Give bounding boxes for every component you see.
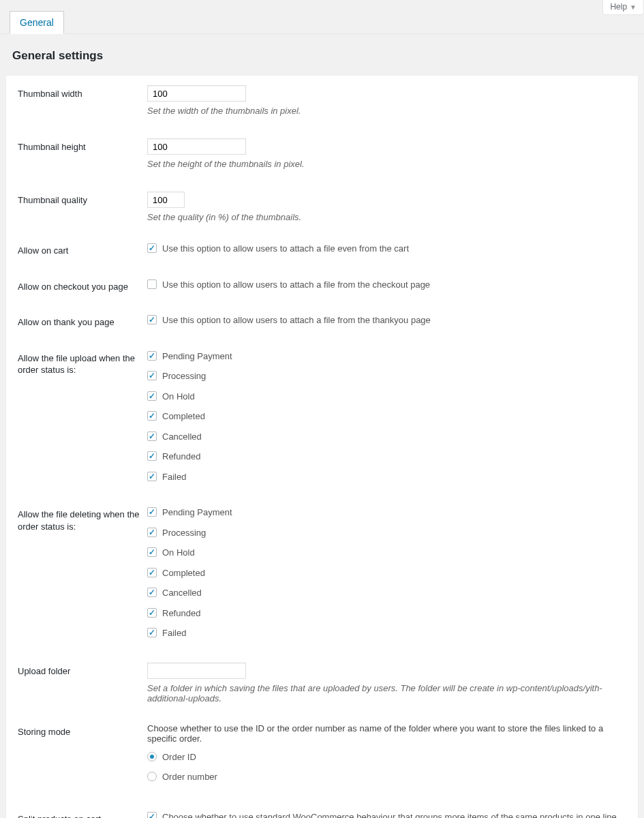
upload-status-failed-checkbox[interactable] xyxy=(147,472,157,481)
upload-folder-label: Upload folder xyxy=(18,663,147,678)
allow-thankyou-label: Allow on thank you page xyxy=(18,314,147,329)
upload-status-completed: Completed xyxy=(162,410,205,423)
upload-status-cancelled: Cancelled xyxy=(162,430,202,444)
delete-status-label: Allow the file deleting when the order s… xyxy=(18,506,147,532)
upload-status-processing: Processing xyxy=(162,369,206,383)
settings-panel: Thumbnail width Set the width of the thu… xyxy=(5,75,639,818)
upload-status-refunded-checkbox[interactable] xyxy=(147,451,157,461)
delete-status-cancelled: Cancelled xyxy=(162,586,202,600)
storing-order-number-radio[interactable] xyxy=(147,772,157,781)
tab-general[interactable]: General xyxy=(10,11,64,34)
upload-status-label: Allow the file upload when the order sta… xyxy=(18,350,147,376)
delete-status-pending-checkbox[interactable] xyxy=(147,507,157,517)
delete-status-failed: Failed xyxy=(162,626,186,640)
split-label: Split products on cart xyxy=(18,811,147,819)
settings-tabs: General xyxy=(0,11,644,34)
delete-status-processing-checkbox[interactable] xyxy=(147,528,157,537)
thumb-width-label: Thumbnail width xyxy=(18,85,147,100)
storing-mode-instr: Choose whether to use the ID or the orde… xyxy=(147,723,626,744)
allow-checkout-label: Allow on checkout you page xyxy=(18,278,147,293)
delete-status-failed-checkbox[interactable] xyxy=(147,628,157,637)
help-button[interactable]: Help ▼ xyxy=(602,0,644,15)
allow-cart-label: Allow on cart xyxy=(18,242,147,257)
help-label: Help xyxy=(610,2,627,12)
page-title: General settings xyxy=(12,49,632,63)
upload-status-cancelled-checkbox[interactable] xyxy=(147,431,157,441)
delete-status-completed-checkbox[interactable] xyxy=(147,568,157,577)
thumb-quality-input[interactable] xyxy=(147,192,185,208)
storing-order-id-label: Order ID xyxy=(162,751,196,764)
upload-status-pending: Pending Payment xyxy=(162,350,232,363)
thumb-quality-desc: Set the quality (in %) of the thumbnails… xyxy=(147,212,626,222)
upload-status-onhold: On Hold xyxy=(162,390,195,404)
delete-status-pending: Pending Payment xyxy=(162,506,232,519)
delete-status-cancelled-checkbox[interactable] xyxy=(147,588,157,597)
upload-status-completed-checkbox[interactable] xyxy=(147,411,157,421)
upload-folder-input[interactable] xyxy=(147,663,246,679)
delete-status-onhold: On Hold xyxy=(162,546,195,560)
allow-checkout-checkbox[interactable] xyxy=(147,279,157,289)
upload-status-onhold-checkbox[interactable] xyxy=(147,391,157,401)
allow-thankyou-desc: Use this option to allow users to attach… xyxy=(162,314,431,327)
caret-down-icon: ▼ xyxy=(630,3,637,11)
storing-order-number-label: Order number xyxy=(162,770,217,784)
upload-status-pending-checkbox[interactable] xyxy=(147,351,157,361)
storing-order-id-radio[interactable] xyxy=(147,752,157,761)
upload-status-processing-checkbox[interactable] xyxy=(147,371,157,380)
delete-status-refunded-checkbox[interactable] xyxy=(147,608,157,618)
thumb-quality-label: Thumbnail quality xyxy=(18,192,147,207)
delete-status-completed: Completed xyxy=(162,566,205,580)
allow-cart-checkbox[interactable] xyxy=(147,243,157,253)
split-desc-text: Choose whether to use standard WooCommer… xyxy=(162,812,626,819)
thumb-height-label: Thumbnail height xyxy=(18,138,147,153)
allow-thankyou-checkbox[interactable] xyxy=(147,315,157,324)
upload-status-refunded: Refunded xyxy=(162,450,200,464)
upload-folder-desc: Set a folder in which saving the files t… xyxy=(147,683,626,703)
delete-status-processing: Processing xyxy=(162,526,206,540)
storing-mode-label: Storing mode xyxy=(18,723,147,738)
allow-checkout-desc: Use this option to allow users to attach… xyxy=(162,278,430,292)
thumb-width-input[interactable] xyxy=(147,85,246,102)
split-checkbox[interactable] xyxy=(147,812,157,819)
delete-status-onhold-checkbox[interactable] xyxy=(147,547,157,557)
allow-cart-desc: Use this option to allow users to attach… xyxy=(162,242,409,256)
thumb-height-input[interactable] xyxy=(147,138,246,155)
thumb-height-desc: Set the height of the thumbnails in pixe… xyxy=(147,159,626,169)
upload-status-failed: Failed xyxy=(162,470,186,484)
split-desc: Choose whether to use standard WooCommer… xyxy=(162,811,626,819)
thumb-width-desc: Set the width of the thumbnails in pixel… xyxy=(147,106,626,116)
delete-status-refunded: Refunded xyxy=(162,607,200,620)
